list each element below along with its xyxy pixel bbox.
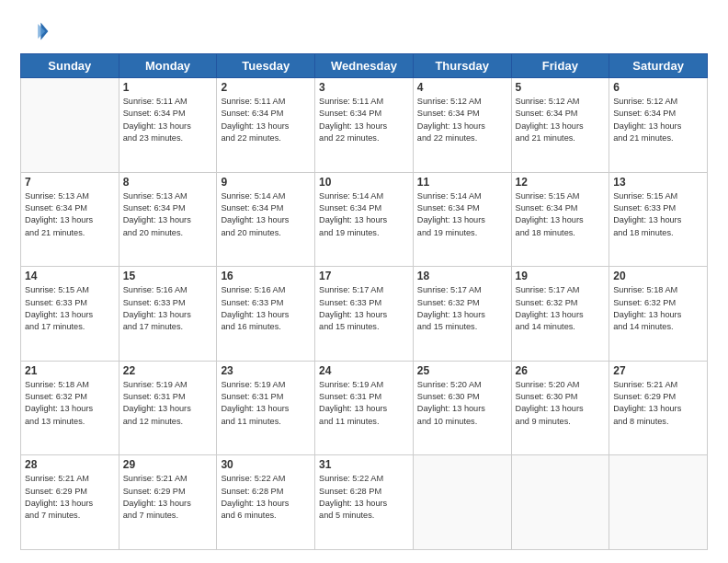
day-info: Sunrise: 5:17 AMSunset: 6:32 PMDaylight:… <box>417 284 507 333</box>
day-info: Sunrise: 5:21 AMSunset: 6:29 PMDaylight:… <box>123 473 213 522</box>
day-number: 9 <box>221 176 311 189</box>
column-header-friday: Friday <box>511 54 609 78</box>
day-info: Sunrise: 5:11 AMSunset: 6:34 PMDaylight:… <box>123 96 213 144</box>
day-number: 20 <box>613 270 703 282</box>
day-cell-19: 19Sunrise: 5:17 AMSunset: 6:32 PMDayligh… <box>511 267 609 362</box>
week-row-3: 14Sunrise: 5:15 AMSunset: 6:33 PMDayligh… <box>21 267 708 362</box>
empty-cell <box>413 455 511 550</box>
day-info: Sunrise: 5:16 AMSunset: 6:33 PMDaylight:… <box>221 284 311 333</box>
day-number: 3 <box>319 81 409 94</box>
day-info: Sunrise: 5:11 AMSunset: 6:34 PMDaylight:… <box>221 96 311 144</box>
day-number: 15 <box>123 270 213 282</box>
day-info: Sunrise: 5:19 AMSunset: 6:31 PMDaylight:… <box>123 379 213 428</box>
logo <box>20 17 53 46</box>
day-cell-21: 21Sunrise: 5:18 AMSunset: 6:32 PMDayligh… <box>21 361 119 455</box>
day-info: Sunrise: 5:15 AMSunset: 6:33 PMDaylight:… <box>25 284 115 333</box>
day-cell-17: 17Sunrise: 5:17 AMSunset: 6:33 PMDayligh… <box>315 267 414 362</box>
day-number: 23 <box>221 364 311 377</box>
day-info: Sunrise: 5:21 AMSunset: 6:29 PMDaylight:… <box>613 379 703 428</box>
day-info: Sunrise: 5:19 AMSunset: 6:31 PMDaylight:… <box>221 379 311 428</box>
day-cell-30: 30Sunrise: 5:22 AMSunset: 6:28 PMDayligh… <box>217 455 315 550</box>
day-number: 10 <box>319 176 409 189</box>
day-number: 26 <box>516 364 606 377</box>
day-info: Sunrise: 5:22 AMSunset: 6:28 PMDaylight:… <box>319 473 409 522</box>
day-number: 18 <box>417 270 507 282</box>
day-info: Sunrise: 5:14 AMSunset: 6:34 PMDaylight:… <box>319 190 409 239</box>
day-number: 5 <box>516 81 606 94</box>
day-cell-18: 18Sunrise: 5:17 AMSunset: 6:32 PMDayligh… <box>413 267 511 362</box>
day-number: 14 <box>25 270 115 282</box>
day-number: 1 <box>123 81 213 94</box>
day-cell-31: 31Sunrise: 5:22 AMSunset: 6:28 PMDayligh… <box>315 455 414 550</box>
week-row-2: 7Sunrise: 5:13 AMSunset: 6:34 PMDaylight… <box>21 172 708 267</box>
day-cell-9: 9Sunrise: 5:14 AMSunset: 6:34 PMDaylight… <box>217 172 315 267</box>
day-number: 2 <box>221 81 311 94</box>
day-info: Sunrise: 5:11 AMSunset: 6:34 PMDaylight:… <box>319 96 409 144</box>
day-cell-15: 15Sunrise: 5:16 AMSunset: 6:33 PMDayligh… <box>119 267 217 362</box>
day-cell-14: 14Sunrise: 5:15 AMSunset: 6:33 PMDayligh… <box>21 267 119 362</box>
column-header-monday: Monday <box>119 54 217 78</box>
column-header-thursday: Thursday <box>413 54 511 78</box>
day-cell-10: 10Sunrise: 5:14 AMSunset: 6:34 PMDayligh… <box>315 172 414 267</box>
day-info: Sunrise: 5:12 AMSunset: 6:34 PMDaylight:… <box>417 96 507 144</box>
empty-cell <box>609 455 708 550</box>
day-number: 27 <box>613 364 703 377</box>
day-number: 11 <box>417 176 507 189</box>
page: SundayMondayTuesdayWednesdayThursdayFrid… <box>0 0 728 563</box>
day-number: 12 <box>516 176 606 189</box>
day-cell-6: 6Sunrise: 5:12 AMSunset: 6:34 PMDaylight… <box>609 78 708 173</box>
day-info: Sunrise: 5:22 AMSunset: 6:28 PMDaylight:… <box>221 473 311 522</box>
column-header-tuesday: Tuesday <box>217 54 315 78</box>
day-info: Sunrise: 5:18 AMSunset: 6:32 PMDaylight:… <box>25 379 115 428</box>
day-cell-3: 3Sunrise: 5:11 AMSunset: 6:34 PMDaylight… <box>315 78 414 173</box>
day-cell-2: 2Sunrise: 5:11 AMSunset: 6:34 PMDaylight… <box>217 78 315 173</box>
day-number: 19 <box>516 270 606 282</box>
day-info: Sunrise: 5:20 AMSunset: 6:30 PMDaylight:… <box>516 379 606 428</box>
day-number: 8 <box>123 176 213 189</box>
day-info: Sunrise: 5:12 AMSunset: 6:34 PMDaylight:… <box>516 96 606 144</box>
day-info: Sunrise: 5:14 AMSunset: 6:34 PMDaylight:… <box>417 190 507 239</box>
day-cell-22: 22Sunrise: 5:19 AMSunset: 6:31 PMDayligh… <box>119 361 217 455</box>
day-cell-8: 8Sunrise: 5:13 AMSunset: 6:34 PMDaylight… <box>119 172 217 267</box>
day-cell-12: 12Sunrise: 5:15 AMSunset: 6:34 PMDayligh… <box>511 172 609 267</box>
day-number: 13 <box>613 176 703 189</box>
day-number: 21 <box>25 364 115 377</box>
day-cell-1: 1Sunrise: 5:11 AMSunset: 6:34 PMDaylight… <box>119 78 217 173</box>
logo-icon <box>20 17 50 46</box>
day-info: Sunrise: 5:21 AMSunset: 6:29 PMDaylight:… <box>25 473 115 522</box>
day-info: Sunrise: 5:20 AMSunset: 6:30 PMDaylight:… <box>417 379 507 428</box>
day-number: 4 <box>417 81 507 94</box>
day-cell-25: 25Sunrise: 5:20 AMSunset: 6:30 PMDayligh… <box>413 361 511 455</box>
day-info: Sunrise: 5:17 AMSunset: 6:33 PMDaylight:… <box>319 284 409 333</box>
day-number: 24 <box>319 364 409 377</box>
day-info: Sunrise: 5:12 AMSunset: 6:34 PMDaylight:… <box>613 96 703 144</box>
day-cell-5: 5Sunrise: 5:12 AMSunset: 6:34 PMDaylight… <box>511 78 609 173</box>
day-number: 7 <box>25 176 115 189</box>
header <box>20 17 708 46</box>
day-number: 31 <box>319 458 409 471</box>
day-info: Sunrise: 5:14 AMSunset: 6:34 PMDaylight:… <box>221 190 311 239</box>
empty-cell <box>511 455 609 550</box>
day-number: 28 <box>25 458 115 471</box>
empty-cell <box>21 78 119 173</box>
day-cell-27: 27Sunrise: 5:21 AMSunset: 6:29 PMDayligh… <box>609 361 708 455</box>
day-number: 17 <box>319 270 409 282</box>
day-info: Sunrise: 5:18 AMSunset: 6:32 PMDaylight:… <box>613 284 703 333</box>
column-header-wednesday: Wednesday <box>315 54 414 78</box>
day-cell-4: 4Sunrise: 5:12 AMSunset: 6:34 PMDaylight… <box>413 78 511 173</box>
day-number: 25 <box>417 364 507 377</box>
day-info: Sunrise: 5:16 AMSunset: 6:33 PMDaylight:… <box>123 284 213 333</box>
day-cell-26: 26Sunrise: 5:20 AMSunset: 6:30 PMDayligh… <box>511 361 609 455</box>
day-number: 29 <box>123 458 213 471</box>
day-cell-24: 24Sunrise: 5:19 AMSunset: 6:31 PMDayligh… <box>315 361 414 455</box>
day-cell-11: 11Sunrise: 5:14 AMSunset: 6:34 PMDayligh… <box>413 172 511 267</box>
day-cell-20: 20Sunrise: 5:18 AMSunset: 6:32 PMDayligh… <box>609 267 708 362</box>
week-row-1: 1Sunrise: 5:11 AMSunset: 6:34 PMDaylight… <box>21 78 708 173</box>
calendar-table: SundayMondayTuesdayWednesdayThursdayFrid… <box>20 53 708 550</box>
day-number: 16 <box>221 270 311 282</box>
calendar-header-row: SundayMondayTuesdayWednesdayThursdayFrid… <box>21 54 708 78</box>
day-number: 6 <box>613 81 703 94</box>
day-info: Sunrise: 5:15 AMSunset: 6:33 PMDaylight:… <box>613 190 703 239</box>
day-info: Sunrise: 5:15 AMSunset: 6:34 PMDaylight:… <box>516 190 606 239</box>
column-header-saturday: Saturday <box>609 54 708 78</box>
